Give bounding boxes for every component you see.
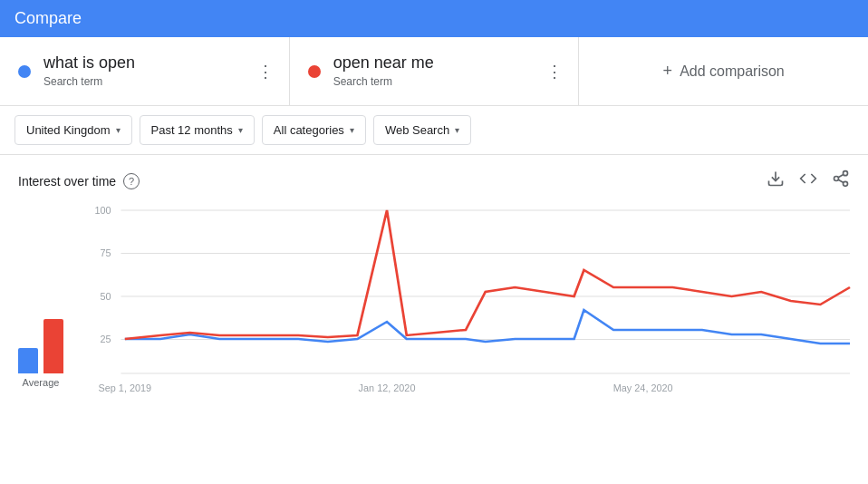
svg-point-3	[844, 181, 848, 186]
y-label-100: 100	[94, 206, 111, 216]
chart-section: Interest over time ?	[0, 155, 868, 428]
term2-text: open near me Search term	[333, 53, 434, 89]
svg-point-2	[834, 177, 839, 181]
region-filter[interactable]: United Kingdom ▾	[14, 115, 132, 145]
chart-title: Interest over time	[18, 174, 116, 189]
x-label-sep: Sep 1, 2019	[99, 383, 152, 393]
search-terms-row: what is open Search term ⋮ open near me …	[0, 37, 868, 106]
chart-container: Average 100 75 50 25	[18, 201, 850, 413]
add-comparison-button[interactable]: + Add comparison	[579, 37, 868, 105]
chart-header: Interest over time ?	[18, 169, 850, 192]
red-line	[125, 210, 850, 339]
svg-line-5	[838, 174, 844, 177]
avg-bar-blue	[18, 348, 38, 373]
region-label: United Kingdom	[26, 123, 111, 137]
category-filter[interactable]: All categories ▾	[262, 115, 366, 145]
term1-menu[interactable]: ⋮	[257, 62, 275, 82]
term1-label: what is open	[43, 53, 135, 73]
svg-point-1	[844, 171, 848, 176]
region-chevron-icon: ▾	[116, 125, 121, 135]
blue-line	[125, 310, 850, 344]
chart-title-group: Interest over time ?	[18, 173, 140, 189]
plus-icon: +	[663, 62, 673, 81]
filters-row: United Kingdom ▾ Past 12 months ▾ All ca…	[0, 106, 868, 155]
y-label-75: 75	[101, 248, 111, 258]
chart-actions	[767, 169, 850, 192]
search-type-label: Web Search	[385, 123, 449, 137]
search-type-chevron-icon: ▾	[455, 125, 459, 135]
share-icon[interactable]	[832, 169, 850, 192]
add-comparison-label: Add comparison	[680, 63, 785, 80]
avg-bars	[18, 301, 63, 373]
embed-icon[interactable]	[799, 169, 817, 192]
average-bar-chart: Average	[18, 301, 63, 388]
term2-sublabel: Search term	[333, 75, 392, 88]
line-chart-svg: 100 75 50 25 Sep 1, 2019 Jan 12, 2020 Ma…	[82, 201, 850, 410]
help-icon[interactable]: ?	[123, 173, 140, 189]
category-label: All categories	[274, 123, 344, 137]
search-type-filter[interactable]: Web Search ▾	[373, 115, 471, 145]
time-label: Past 12 months	[151, 123, 233, 137]
y-label-50: 50	[101, 292, 111, 302]
term2-menu[interactable]: ⋮	[546, 62, 564, 82]
page-title: Compare	[14, 9, 82, 27]
search-term-card-1: what is open Search term ⋮	[0, 37, 290, 105]
svg-line-4	[838, 179, 844, 182]
line-chart-area: 100 75 50 25 Sep 1, 2019 Jan 12, 2020 Ma…	[82, 201, 850, 413]
x-label-may: May 24, 2020	[613, 383, 673, 393]
search-term-card-2: open near me Search term ⋮	[290, 37, 580, 105]
avg-bar-red	[43, 319, 63, 373]
x-label-jan: Jan 12, 2020	[359, 383, 416, 393]
term2-label: open near me	[333, 53, 434, 73]
avg-label: Average	[23, 377, 60, 388]
time-filter[interactable]: Past 12 months ▾	[140, 115, 255, 145]
page-header: Compare	[0, 0, 868, 37]
y-label-25: 25	[101, 334, 111, 344]
time-chevron-icon: ▾	[238, 125, 243, 135]
term1-text: what is open Search term	[43, 53, 135, 89]
category-chevron-icon: ▾	[350, 125, 354, 135]
term1-dot	[18, 65, 31, 78]
term2-dot	[308, 65, 321, 78]
term1-sublabel: Search term	[43, 75, 102, 88]
download-icon[interactable]	[767, 169, 785, 192]
